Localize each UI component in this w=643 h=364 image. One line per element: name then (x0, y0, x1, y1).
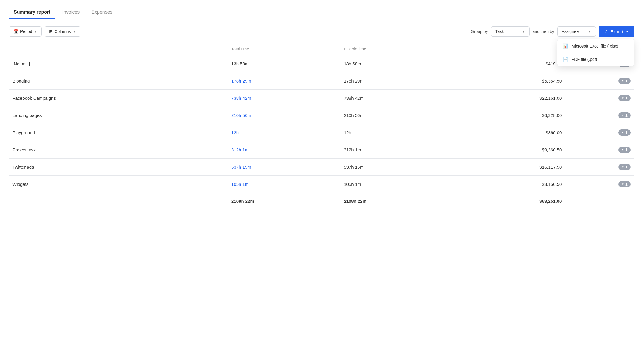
row-amount: $6,328.00 (453, 107, 565, 124)
badge-arrow-icon: ▼ (621, 183, 624, 186)
group-by-label: Group by (471, 29, 488, 34)
col-header-billable-time: Billable time (340, 44, 453, 55)
expand-badge[interactable]: ▼1 (618, 147, 631, 153)
table-header: Total time Billable time (9, 44, 634, 55)
table-row: Widgets105h 1m105h 1m$3,150.50▼1 (9, 176, 634, 193)
tab-invoices[interactable]: Invoices (58, 6, 85, 19)
footer-total-time: 2108h 22m (228, 193, 340, 209)
row-total-time[interactable]: 12h (228, 124, 340, 141)
columns-icon: ⊞ (49, 29, 53, 34)
expand-badge[interactable]: ▼1 (618, 129, 631, 136)
period-chevron-icon: ▼ (34, 30, 37, 33)
table-row: Blogging178h 29m178h 29m$5,354.50▼1 (9, 72, 634, 90)
export-dropdown-wrapper: ↗ Export ▼ 📊 Microsoft Excel file (.xlsx… (599, 26, 634, 37)
badge-arrow-icon: ▼ (621, 114, 624, 117)
expand-badge[interactable]: ▼1 (618, 181, 631, 187)
col-header-amount (453, 44, 565, 55)
expand-badge[interactable]: ▼1 (618, 95, 631, 101)
export-chevron-icon: ▼ (625, 30, 629, 33)
row-expand-badge[interactable]: ▼1 (565, 72, 634, 90)
row-billable-time: 537h 15m (340, 159, 453, 176)
toolbar: 📅 Period ▼ ⊞ Columns ▼ Group by Task ▼ a… (0, 19, 643, 44)
export-icon: ↗ (604, 29, 608, 34)
tab-expenses[interactable]: Expenses (87, 6, 117, 19)
row-task-name: Playground (9, 124, 228, 141)
expand-badge[interactable]: ▼1 (618, 164, 631, 170)
row-total-time[interactable]: 738h 42m (228, 90, 340, 107)
row-billable-time: 12h (340, 124, 453, 141)
row-task-name: Facebook Campaigns (9, 90, 228, 107)
row-amount: $360.00 (453, 124, 565, 141)
row-total-time[interactable]: 178h 29m (228, 72, 340, 90)
row-amount: $16,117.50 (453, 159, 565, 176)
footer-expand (565, 193, 634, 209)
export-button[interactable]: ↗ Export ▼ (599, 26, 634, 37)
row-expand-badge[interactable]: ▼1 (565, 159, 634, 176)
calendar-icon: 📅 (13, 29, 18, 34)
table-row: Playground12h12h$360.00▼1 (9, 124, 634, 141)
columns-button[interactable]: ⊞ Columns ▼ (45, 26, 80, 37)
row-task-name: [No task] (9, 55, 228, 72)
export-excel-item[interactable]: 📊 Microsoft Excel file (.xlsx) (557, 39, 634, 53)
row-total-time: 13h 58m (228, 55, 340, 72)
footer-billable-time: 2108h 22m (340, 193, 453, 209)
table-row: Project task312h 1m312h 1m$9,360.50▼1 (9, 141, 634, 159)
tab-summary[interactable]: Summary report (9, 6, 55, 19)
row-expand-badge[interactable]: ▼1 (565, 107, 634, 124)
report-table-wrapper: Total time Billable time [No task]13h 58… (0, 44, 643, 209)
row-task-name: Landing pages (9, 107, 228, 124)
row-total-time[interactable]: 537h 15m (228, 159, 340, 176)
pdf-icon: 📄 (563, 56, 568, 62)
tabs-bar: Summary report Invoices Expenses (0, 0, 643, 19)
and-then-by-chevron-icon: ▼ (588, 30, 591, 33)
group-by-select[interactable]: Task ▼ (491, 26, 530, 37)
row-amount: $9,360.50 (453, 141, 565, 159)
group-by-chevron-icon: ▼ (522, 30, 525, 33)
footer-amount: $63,251.00 (453, 193, 565, 209)
export-pdf-item[interactable]: 📄 PDF file (.pdf) (557, 53, 634, 66)
row-expand-badge[interactable]: ▼1 (565, 176, 634, 193)
row-task-name: Twitter ads (9, 159, 228, 176)
row-task-name: Widgets (9, 176, 228, 193)
col-header-total-time: Total time (228, 44, 340, 55)
badge-arrow-icon: ▼ (621, 131, 624, 134)
period-button[interactable]: 📅 Period ▼ (9, 26, 42, 37)
row-billable-time: 13h 58m (340, 55, 453, 72)
row-expand-badge[interactable]: ▼1 (565, 124, 634, 141)
expand-badge[interactable]: ▼1 (618, 78, 631, 84)
row-billable-time: 210h 56m (340, 107, 453, 124)
badge-arrow-icon: ▼ (621, 96, 624, 100)
badge-arrow-icon: ▼ (621, 165, 624, 169)
row-total-time[interactable]: 210h 56m (228, 107, 340, 124)
row-task-name: Blogging (9, 72, 228, 90)
group-by-area: Group by Task ▼ and then by Assignee ▼ ↗… (471, 26, 634, 37)
export-dropdown-menu: 📊 Microsoft Excel file (.xlsx) 📄 PDF fil… (557, 39, 634, 66)
row-billable-time: 738h 42m (340, 90, 453, 107)
row-billable-time: 178h 29m (340, 72, 453, 90)
row-total-time[interactable]: 105h 1m (228, 176, 340, 193)
row-amount: $3,150.50 (453, 176, 565, 193)
badge-arrow-icon: ▼ (621, 148, 624, 151)
row-task-name: Project task (9, 141, 228, 159)
table-row: [No task]13h 58m13h 58m$419.00▼1 (9, 55, 634, 72)
table-footer: 2108h 22m 2108h 22m $63,251.00 (9, 193, 634, 209)
row-amount: $419.00 (453, 55, 565, 72)
row-amount: $5,354.50 (453, 72, 565, 90)
row-total-time[interactable]: 312h 1m (228, 141, 340, 159)
and-then-by-select[interactable]: Assignee ▼ (557, 26, 596, 37)
table-row: Facebook Campaigns738h 42m738h 42m$22,16… (9, 90, 634, 107)
table-row: Landing pages210h 56m210h 56m$6,328.00▼1 (9, 107, 634, 124)
footer-name (9, 193, 228, 209)
badge-arrow-icon: ▼ (621, 79, 624, 83)
columns-chevron-icon: ▼ (73, 30, 76, 33)
report-table: Total time Billable time [No task]13h 58… (9, 44, 634, 209)
and-then-by-label: and then by (533, 29, 554, 34)
row-expand-badge[interactable]: ▼1 (565, 90, 634, 107)
row-expand-badge[interactable]: ▼1 (565, 141, 634, 159)
row-amount: $22,161.00 (453, 90, 565, 107)
table-body: [No task]13h 58m13h 58m$419.00▼1Blogging… (9, 55, 634, 193)
expand-badge[interactable]: ▼1 (618, 112, 631, 118)
excel-icon: 📊 (563, 43, 568, 49)
row-billable-time: 312h 1m (340, 141, 453, 159)
col-header-name (9, 44, 228, 55)
